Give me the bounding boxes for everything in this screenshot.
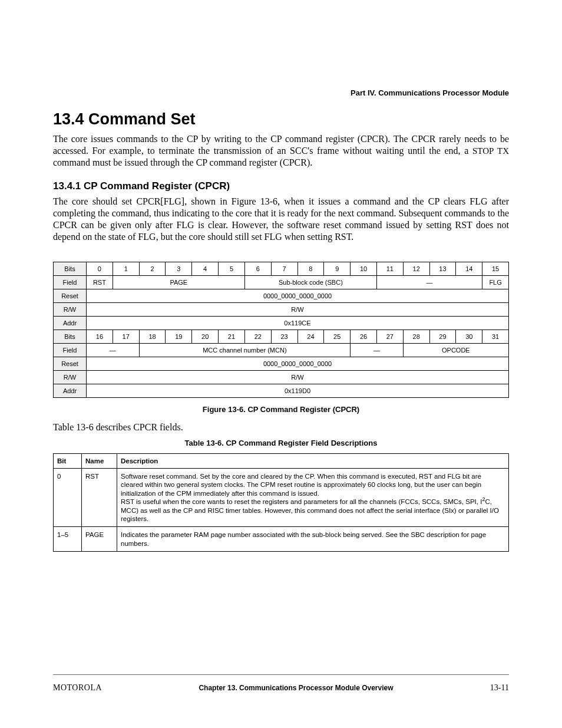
desc-text-line2-pre: RST is useful when the core wants to res… — [121, 498, 482, 505]
desc-bit: 1–5 — [54, 527, 82, 552]
section-13-4-1-title: 13.4.1 CP Command Register (CPCR) — [53, 180, 509, 192]
reg-bit-cell: 22 — [244, 330, 271, 344]
reg-field-row-top: Field RST PAGE Sub-block code (SBC) — FL… — [54, 276, 509, 289]
reg-rowlabel-rw: R/W — [54, 371, 87, 384]
reg-addr-top: 0x119CE — [87, 317, 509, 330]
reg-bit-cell: 17 — [113, 330, 139, 344]
reg-rowlabel-addr: Addr — [54, 317, 87, 330]
reg-addr-row-bot: Addr 0x119D0 — [54, 384, 509, 398]
table-row: 1–5 PAGE Indicates the parameter RAM pag… — [54, 527, 509, 552]
reg-field-row-bot: Field — MCC channel number (MCN) — OPCOD… — [54, 344, 509, 357]
footer-right: 13-11 — [490, 683, 509, 693]
page: Part IV. Communications Processor Module… — [0, 0, 562, 728]
figure-caption: Figure 13-6. CP Command Register (CPCR) — [53, 405, 509, 414]
desc-header-name: Name — [82, 454, 117, 469]
reg-reset-top: 0000_0000_0000_0000 — [87, 289, 509, 303]
register-layout-table: Bits 0 1 2 3 4 5 6 7 8 9 10 11 12 13 14 … — [53, 262, 509, 398]
reg-bit-cell: 29 — [429, 330, 456, 344]
reg-bit-cell: 25 — [324, 330, 351, 344]
reg-reset-bot: 0000_0000_0000_0000 — [87, 357, 509, 371]
reg-bit-cell: 9 — [324, 262, 351, 276]
desc-header-row: Bit Name Description — [54, 454, 509, 469]
field-description-table: Bit Name Description 0 RST Software rese… — [53, 453, 509, 552]
desc-text: Software reset command. Set by the core … — [117, 469, 509, 527]
section-13-4-1-para: The core should set CPCR[FLG], shown in … — [53, 196, 509, 243]
reg-bit-cell: 7 — [271, 262, 297, 276]
reg-rowlabel-bits: Bits — [54, 330, 87, 344]
reg-rowlabel-field: Field — [54, 276, 87, 289]
reg-bit-cell: 4 — [192, 262, 219, 276]
footer-row: MOTOROLA Chapter 13. Communications Proc… — [53, 683, 509, 693]
reg-bit-cell: 0 — [87, 262, 113, 276]
reg-bit-cell: 1 — [113, 262, 139, 276]
reg-rowlabel-bits: Bits — [54, 262, 87, 276]
reg-rowlabel-field: Field — [54, 344, 87, 357]
reg-field-flg: FLG — [482, 276, 509, 289]
reg-bit-cell: 16 — [87, 330, 113, 344]
reg-bit-cell: 15 — [482, 262, 509, 276]
reg-bit-cell: 31 — [482, 330, 509, 344]
reg-rw-bot: R/W — [87, 371, 509, 384]
desc-header-desc: Description — [117, 454, 509, 469]
reg-field-rst: RST — [87, 276, 113, 289]
reg-bit-cell: 14 — [456, 262, 482, 276]
reg-rowlabel-reset: Reset — [54, 357, 87, 371]
reg-field-dash: — — [87, 344, 140, 357]
reg-bit-cell: 20 — [192, 330, 219, 344]
reg-bit-cell: 10 — [351, 262, 377, 276]
reg-bit-cell: 26 — [351, 330, 377, 344]
reg-reset-row-top: Reset 0000_0000_0000_0000 — [54, 289, 509, 303]
reg-bits-row-bot: Bits 16 17 18 19 20 21 22 23 24 25 26 27… — [54, 330, 509, 344]
reg-bit-cell: 21 — [219, 330, 245, 344]
desc-name: RST — [82, 469, 117, 527]
stop-tx-keyword: STOP TX — [472, 146, 509, 156]
section-13-4-title: 13.4 Command Set — [53, 110, 509, 129]
reg-bit-cell: 6 — [244, 262, 271, 276]
reg-reset-row-bot: Reset 0000_0000_0000_0000 — [54, 357, 509, 371]
reg-rowlabel-rw: R/W — [54, 303, 87, 317]
desc-text: Indicates the parameter RAM page number … — [117, 527, 509, 552]
reg-bit-cell: 19 — [166, 330, 192, 344]
desc-text-line1: Software reset command. Set by the core … — [121, 473, 481, 497]
reg-bit-cell: 8 — [297, 262, 324, 276]
reg-bit-cell: 11 — [376, 262, 403, 276]
reg-bit-cell: 28 — [403, 330, 429, 344]
reg-bit-cell: 23 — [271, 330, 297, 344]
reg-rowlabel-reset: Reset — [54, 289, 87, 303]
reg-rw-top: R/W — [87, 303, 509, 317]
footer-left: MOTOROLA — [53, 683, 102, 693]
section-13-4-para-pre: The core issues commands to the CP by wr… — [53, 134, 509, 156]
reg-field-page: PAGE — [113, 276, 244, 289]
desc-header-bit: Bit — [54, 454, 82, 469]
table-row: 0 RST Software reset command. Set by the… — [54, 469, 509, 527]
reg-field-dash: — — [351, 344, 404, 357]
reg-field-mcn: MCC channel number (MCN) — [139, 344, 351, 357]
reg-field-dash: — — [376, 276, 482, 289]
table-reference-line: Table 13-6 describes CPCR fields. — [53, 422, 509, 433]
desc-bit: 0 — [54, 469, 82, 527]
reg-field-sbc: Sub-block code (SBC) — [244, 276, 376, 289]
reg-bit-cell: 24 — [297, 330, 324, 344]
table-caption: Table 13-6. CP Command Register Field De… — [53, 439, 509, 447]
reg-bit-cell: 18 — [139, 330, 166, 344]
section-13-4-para: The core issues commands to the CP by wr… — [53, 133, 509, 169]
reg-rw-row-bot: R/W R/W — [54, 371, 509, 384]
reg-bit-cell: 27 — [376, 330, 403, 344]
reg-bit-cell: 30 — [456, 330, 482, 344]
reg-rowlabel-addr: Addr — [54, 384, 87, 398]
reg-bit-cell: 2 — [139, 262, 166, 276]
reg-rw-row-top: R/W R/W — [54, 303, 509, 317]
page-footer: MOTOROLA Chapter 13. Communications Proc… — [53, 674, 509, 693]
footer-center: Chapter 13. Communications Processor Mod… — [199, 684, 393, 692]
reg-addr-bot: 0x119D0 — [87, 384, 509, 398]
reg-bit-cell: 12 — [403, 262, 429, 276]
reg-bit-cell: 13 — [429, 262, 456, 276]
part-header: Part IV. Communications Processor Module — [53, 88, 509, 97]
reg-bit-cell: 3 — [166, 262, 192, 276]
desc-name: PAGE — [82, 527, 117, 552]
section-13-4-para-post: command must be issued through the CP co… — [53, 157, 312, 167]
reg-addr-row-top: Addr 0x119CE — [54, 317, 509, 330]
reg-bits-row-top: Bits 0 1 2 3 4 5 6 7 8 9 10 11 12 13 14 … — [54, 262, 509, 276]
reg-field-opcode: OPCODE — [403, 344, 508, 357]
reg-bit-cell: 5 — [219, 262, 245, 276]
